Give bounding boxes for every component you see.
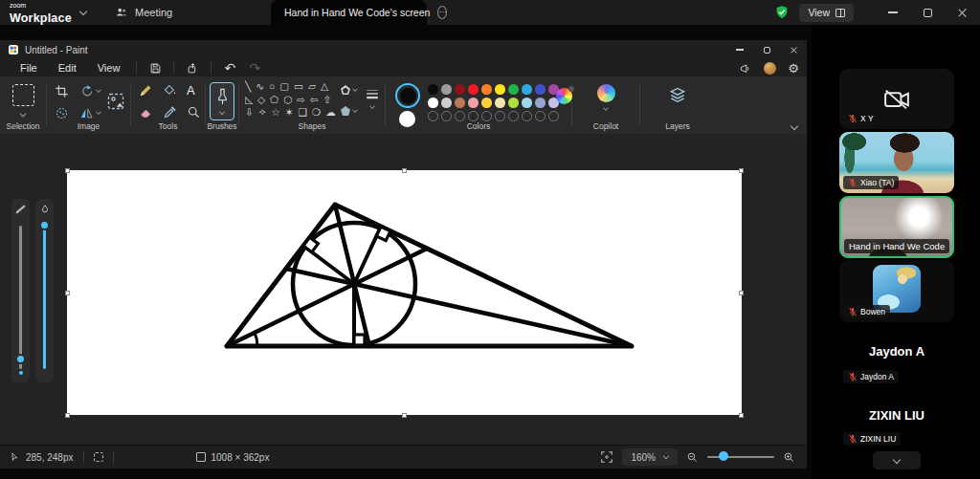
shapes-grid[interactable]: ╲ ∿ ○ ▢ ▭ ▱ △ ◺ ◇ ⬠ ⬡ ⇨ ⇦ ⇧ ⇩ ✧ ☆ ✶ ❑ ❍ … [245,80,337,120]
zoom-level-dropdown[interactable]: 160% [622,448,678,466]
palette-color[interactable] [468,98,479,108]
fill-tool[interactable] [163,83,177,98]
palette-color[interactable] [455,84,465,95]
paint-canvas[interactable] [67,170,742,415]
zoom-slider[interactable] [707,456,774,458]
palette-color[interactable] [428,84,438,95]
paint-minimize-button[interactable] [726,40,753,59]
redo-button[interactable]: ↷ [242,60,267,76]
palette-empty-slot[interactable] [548,111,559,121]
palette-color[interactable] [468,84,479,95]
canvas-handle-bottom-left[interactable] [65,413,70,418]
color1-selected-swatch[interactable] [395,83,420,108]
toolbar-collapse-chevron-icon[interactable] [791,122,798,130]
layers-button[interactable] [640,86,715,105]
zoom-out-icon[interactable] [686,451,699,464]
participant-tile-hand-in-hand[interactable]: Hand in Hand We Code [839,196,954,258]
palette-color[interactable] [535,98,546,108]
palette-empty-slot[interactable] [481,111,492,121]
shape-fill-button[interactable] [341,106,358,116]
workspace-chevron-down-icon[interactable] [79,8,87,15]
resize-image-button[interactable] [106,92,125,111]
magnifier-tool[interactable] [187,105,201,120]
canvas-handle-mid-left[interactable] [65,291,70,295]
palette-color[interactable] [441,84,452,95]
eraser-tool[interactable] [139,105,153,120]
text-tool[interactable]: A [187,83,195,98]
size-slider-track[interactable] [19,226,22,369]
texture-select-button[interactable] [55,106,69,120]
palette-empty-slot[interactable] [522,111,532,121]
crop-button[interactable] [55,84,69,98]
participant-tile-jaydon[interactable]: Jaydon A Jaydon A [839,325,954,387]
feedback-megaphone-icon[interactable] [739,62,752,75]
share-button[interactable] [180,62,205,75]
edit-colors-wheel-icon[interactable] [556,88,572,104]
palette-color[interactable] [522,84,532,95]
canvas-handle-mid-right[interactable] [739,291,744,295]
stroke-width-button[interactable] [366,88,379,109]
opacity-slider-track[interactable] [43,226,46,369]
palette-color[interactable] [495,98,505,108]
palette-color[interactable] [428,98,438,108]
canvas-handle-bottom-center[interactable] [402,413,407,418]
tab-shared-screen[interactable]: Hand in Hand We Code's screen ⋯ [271,0,427,25]
security-shield-icon[interactable] [774,5,790,20]
palette-empty-slot[interactable] [468,111,479,121]
palette-color[interactable] [455,98,465,108]
copilot-button[interactable] [572,84,639,111]
undo-button[interactable]: ↶ [217,60,242,76]
flip-button[interactable] [79,106,101,120]
palette-color[interactable] [481,98,492,108]
palette-empty-slot[interactable] [535,111,546,121]
opacity-slider[interactable] [35,199,54,382]
palette-empty-slot[interactable] [508,111,519,121]
selection-tool[interactable] [12,84,34,106]
participant-tile-xiao[interactable]: Xiao (TA) [839,132,954,193]
participant-tile-bowen[interactable]: Bowen [839,260,954,322]
opacity-slider-thumb[interactable] [39,220,50,230]
paint-close-button[interactable] [780,40,807,59]
selection-chevron-icon[interactable] [20,111,27,118]
palette-empty-slot[interactable] [455,111,465,121]
pencil-tool[interactable] [139,83,153,98]
zoom-workplace-logo[interactable]: zoom Workplace [10,2,72,25]
paint-restore-button[interactable] [753,40,780,59]
palette-color[interactable] [495,84,505,95]
zoom-slider-thumb[interactable] [719,451,728,461]
window-restore-button[interactable] [915,0,940,25]
palette-color[interactable] [535,84,546,95]
settings-gear-icon[interactable]: ⚙ [788,61,799,76]
palette-empty-slot[interactable] [441,111,452,121]
canvas-handle-top-center[interactable] [402,168,407,173]
zoom-in-icon[interactable] [783,451,795,464]
palette-color[interactable] [481,84,492,95]
participant-tile-xy[interactable]: X Y [839,69,954,129]
palette-color[interactable] [441,98,452,108]
palette-color[interactable] [522,98,532,108]
color-picker-tool[interactable] [163,105,177,120]
palette-empty-slot[interactable] [495,111,505,121]
tab-more-options-icon[interactable]: ⋯ [437,6,447,19]
menu-view[interactable]: View [87,62,131,74]
canvas-handle-bottom-right[interactable] [739,413,744,418]
account-avatar[interactable] [764,62,776,75]
menu-file[interactable]: File [10,62,48,74]
brush-size-slider[interactable] [11,199,30,382]
fit-to-screen-icon[interactable] [600,450,613,464]
palette-empty-slot[interactable] [428,111,438,121]
shape-outline-button[interactable] [341,85,358,95]
participant-tile-zixin[interactable]: ZIXIN LIU ZIXIN LIU [839,390,954,449]
palette-color[interactable] [508,84,519,95]
canvas-handle-top-right[interactable] [739,168,744,173]
canvas-handle-top-left[interactable] [65,168,70,173]
window-minimize-button[interactable] [880,0,905,25]
save-button[interactable] [143,62,167,75]
menu-edit[interactable]: Edit [48,62,87,74]
rotate-button[interactable] [79,84,101,98]
size-slider-thumb[interactable] [15,354,26,364]
view-button[interactable]: View [799,4,854,22]
window-close-button[interactable] [949,0,974,25]
palette-color[interactable] [508,98,519,108]
tab-meeting[interactable]: Meeting [107,0,180,25]
